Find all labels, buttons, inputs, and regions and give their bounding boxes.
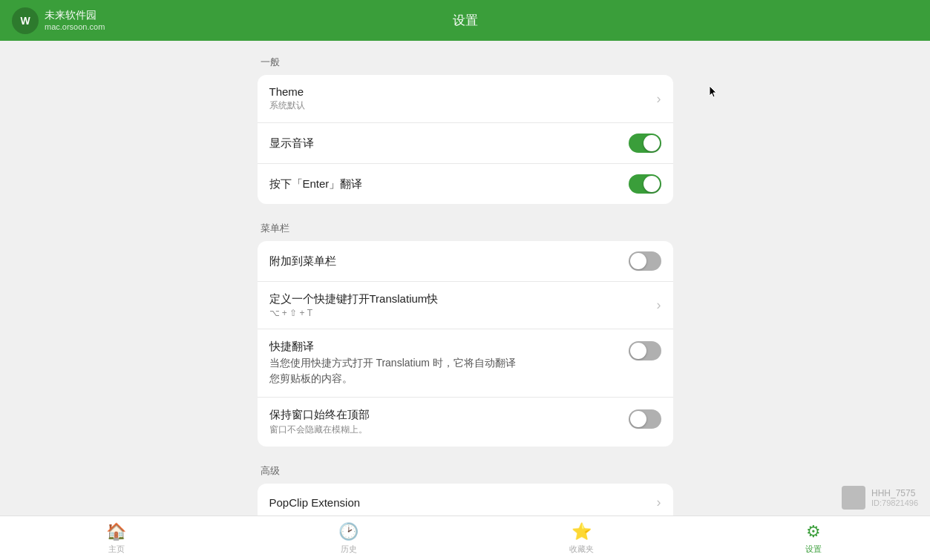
row-theme-title: Theme	[269, 85, 305, 98]
row-quick-translate-subtitle: 当您使用快捷方式打开 Translatium 时，它将自动翻译您剪贴板的内容。	[269, 355, 522, 386]
row-add-menubar-title: 附加到菜单栏	[269, 254, 336, 269]
bottom-nav: 🏠 主页 🕑 历史 ⭐ 收藏夹 ⚙ 设置	[0, 515, 930, 560]
toggle-knob-2	[644, 176, 660, 192]
toggle-knob	[644, 135, 660, 151]
watermark-text: HHH_7575 ID:79821496	[871, 488, 918, 507]
section-card-menubar: 附加到菜单栏 定义一个快捷键打开Translatium快 ⌥ + ⇧ + T ›…	[258, 241, 673, 447]
row-define-shortcut-title: 定义一个快捷键打开Translatium快	[269, 292, 439, 306]
row-always-on-top-left: 保持窗口始终在顶部 窗口不会隐藏在模糊上。	[269, 408, 629, 436]
watermark: HHH_7575 ID:79821496	[842, 486, 918, 510]
section-card-advanced: PopClip Extension › 登录时打开 不 › 可用时使用硬件加速	[258, 484, 673, 515]
row-define-shortcut[interactable]: 定义一个快捷键打开Translatium快 ⌥ + ⇧ + T ›	[258, 282, 673, 329]
row-define-shortcut-chevron: ›	[657, 297, 661, 313]
section-general: 一般 Theme 系统默认 › 显示音译	[258, 56, 673, 204]
nav-label-settings: 设置	[805, 544, 822, 555]
row-define-shortcut-subtitle: ⌥ + ⇧ + T	[269, 308, 439, 318]
section-title-advanced: 高级	[258, 464, 673, 478]
toggle-add-menubar[interactable]	[629, 251, 661, 271]
section-advanced: 高级 PopClip Extension › 登录时打开 不 › 可用	[258, 464, 673, 515]
row-popclip-left: PopClip Extension	[269, 496, 361, 509]
toggle-knob-3	[630, 253, 646, 269]
row-enter-translate[interactable]: 按下「Enter」翻译	[258, 164, 673, 204]
row-popclip-chevron: ›	[657, 495, 661, 510]
row-quick-translate-left: 快捷翻译 当您使用快捷方式打开 Translatium 时，它将自动翻译您剪贴板…	[269, 340, 629, 386]
logo-icon: W	[12, 7, 39, 34]
row-theme-left: Theme 系统默认	[269, 85, 305, 112]
svg-text:W: W	[20, 15, 30, 27]
row-show-phonetic-title: 显示音译	[269, 136, 314, 151]
toggle-knob-5	[630, 411, 646, 427]
section-title-menubar: 菜单栏	[258, 222, 673, 235]
toggle-always-on-top[interactable]	[629, 409, 661, 429]
nav-item-settings[interactable]: ⚙ 设置	[698, 518, 930, 559]
nav-label-home: 主页	[108, 544, 125, 555]
row-always-on-top-title: 保持窗口始终在顶部	[269, 408, 620, 422]
top-bar: W 未来软件园 mac.orsoon.com 设置	[0, 0, 930, 41]
row-show-phonetic[interactable]: 显示音译	[258, 123, 673, 164]
nav-item-favorites[interactable]: ⭐ 收藏夹	[465, 518, 698, 559]
row-enter-translate-title: 按下「Enter」翻译	[269, 177, 363, 191]
row-quick-translate-title: 快捷翻译	[269, 340, 620, 354]
row-theme-subtitle: 系统默认	[269, 99, 305, 112]
row-enter-translate-left: 按下「Enter」翻译	[269, 177, 363, 191]
row-quick-translate[interactable]: 快捷翻译 当您使用快捷方式打开 Translatium 时，它将自动翻译您剪贴板…	[258, 329, 673, 398]
row-add-menubar-left: 附加到菜单栏	[269, 254, 336, 269]
toggle-show-phonetic[interactable]	[629, 134, 661, 153]
row-add-menubar[interactable]: 附加到菜单栏	[258, 241, 673, 282]
row-popclip[interactable]: PopClip Extension ›	[258, 484, 673, 515]
favorites-icon: ⭐	[572, 522, 592, 541]
row-define-shortcut-left: 定义一个快捷键打开Translatium快 ⌥ + ⇧ + T	[269, 292, 439, 318]
main-content: 一般 Theme 系统默认 › 显示音译	[0, 41, 930, 515]
row-always-on-top[interactable]: 保持窗口始终在顶部 窗口不会隐藏在模糊上。	[258, 398, 673, 447]
toggle-enter-translate[interactable]	[629, 174, 661, 194]
row-always-on-top-subtitle: 窗口不会隐藏在模糊上。	[269, 424, 620, 436]
toggle-quick-translate[interactable]	[629, 341, 661, 360]
page-title: 设置	[453, 12, 478, 29]
section-card-general: Theme 系统默认 › 显示音译 按下「Enter」翻译	[258, 75, 673, 204]
row-theme[interactable]: Theme 系统默认 ›	[258, 75, 673, 123]
nav-item-history[interactable]: 🕑 历史	[232, 518, 465, 559]
toggle-knob-4	[630, 343, 646, 359]
row-theme-chevron: ›	[657, 91, 661, 107]
section-menubar: 菜单栏 附加到菜单栏 定义一个快捷键打开Translatium快 ⌥ + ⇧ +…	[258, 222, 673, 447]
home-icon: 🏠	[106, 522, 126, 541]
nav-label-favorites: 收藏夹	[569, 544, 594, 555]
watermark-icon	[842, 486, 865, 510]
history-icon: 🕑	[338, 522, 358, 541]
logo-text: 未来软件园 mac.orsoon.com	[45, 8, 105, 32]
settings-icon: ⚙	[806, 522, 821, 541]
row-show-phonetic-left: 显示音译	[269, 136, 314, 151]
section-title-general: 一般	[258, 56, 673, 69]
logo: W 未来软件园 mac.orsoon.com	[12, 7, 105, 34]
nav-label-history: 历史	[341, 544, 357, 555]
row-popclip-title: PopClip Extension	[269, 496, 361, 509]
nav-item-home[interactable]: 🏠 主页	[0, 518, 232, 559]
